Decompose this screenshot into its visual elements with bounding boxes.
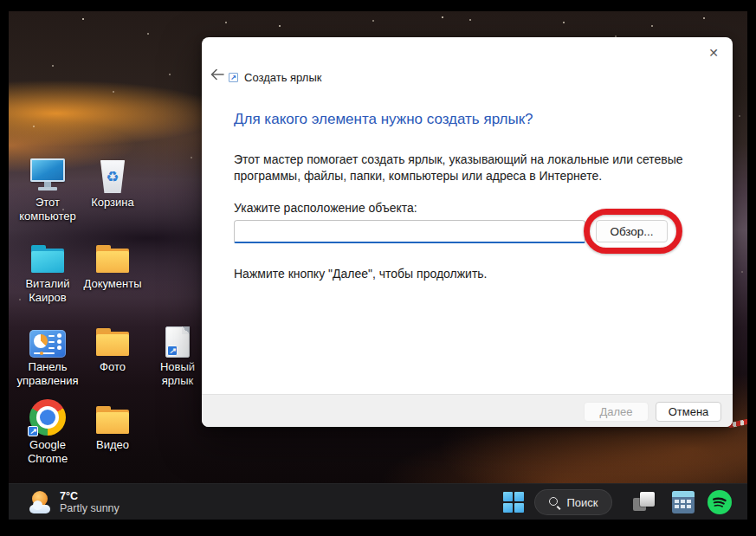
- dialog-footer: Далее Отмена: [202, 394, 733, 427]
- next-hint: Нажмите кнопку "Далее", чтобы продолжить…: [234, 267, 488, 281]
- desktop-icon-documents[interactable]: Документы: [74, 238, 152, 291]
- create-shortcut-wizard: Создать ярлык Для какого элемента нужно …: [202, 37, 733, 427]
- weather-condition: Partly sunny: [60, 502, 120, 514]
- desktop-icon-label: Видео: [96, 438, 129, 452]
- weather-temperature: 7°C: [60, 490, 120, 502]
- desktop-icon-recycle-bin[interactable]: Корзина: [74, 157, 152, 210]
- location-input[interactable]: [234, 220, 585, 243]
- shortcut-window-icon: [229, 73, 238, 82]
- stars-decoration: [9, 11, 10, 13]
- folder-icon: [94, 321, 131, 358]
- wizard-description: Этот мастер помогает создать ярлык, указ…: [234, 152, 738, 184]
- taskbar-search[interactable]: Поиск: [534, 489, 612, 515]
- start-button[interactable]: [503, 492, 526, 513]
- search-icon: [548, 496, 560, 508]
- shortcut-arrow-icon: [28, 426, 38, 436]
- window-title: Создать ярлык: [244, 71, 321, 84]
- desktop-icon-label: Панель управления: [14, 360, 81, 388]
- spotify-icon: [707, 489, 733, 515]
- location-label: Укажите расположение объекта:: [234, 201, 417, 215]
- search-label: Поиск: [566, 496, 598, 509]
- chrome-icon: [29, 399, 66, 436]
- folder-icon: [94, 238, 131, 274]
- cancel-button[interactable]: Отмена: [656, 402, 721, 422]
- desktop-icon-videos[interactable]: Видео: [74, 399, 152, 452]
- weather-widget[interactable]: 7°C Partly sunny: [28, 490, 120, 514]
- back-arrow-icon: [210, 68, 225, 81]
- user-folder-icon: [29, 238, 66, 274]
- this-pc-icon: [29, 157, 67, 193]
- desktop-icon-label: Этот компьютер: [14, 196, 81, 223]
- recycle-bin-icon: [100, 157, 126, 193]
- desktop-wallpaper: Этот компьютер Корзина Виталий Каиров До…: [9, 11, 747, 520]
- control-panel-icon: [29, 321, 66, 358]
- task-view-button[interactable]: [631, 490, 656, 513]
- desktop-icon-label: Корзина: [91, 196, 134, 210]
- back-button[interactable]: [205, 65, 229, 86]
- desktop-icon-label: Фото: [100, 360, 126, 374]
- desktop-icon-label: Google Chrome: [14, 438, 81, 466]
- shortcut-file-icon: [165, 321, 190, 358]
- calculator-button[interactable]: [672, 491, 695, 513]
- partly-sunny-icon: [28, 491, 52, 514]
- taskbar: 7°C Partly sunny Поиск: [9, 483, 747, 520]
- desktop-icon-label: Виталий Каиров: [14, 277, 81, 305]
- wizard-heading: Для какого элемента нужно создать ярлык?: [234, 111, 533, 128]
- browse-button[interactable]: Обзор...: [596, 220, 668, 242]
- folder-icon: [94, 399, 131, 436]
- next-button[interactable]: Далее: [584, 402, 649, 422]
- close-icon[interactable]: [703, 42, 724, 63]
- desktop-icon-label: Документы: [83, 277, 141, 291]
- spotify-button[interactable]: [707, 489, 733, 515]
- shortcut-arrow-icon: [167, 345, 178, 356]
